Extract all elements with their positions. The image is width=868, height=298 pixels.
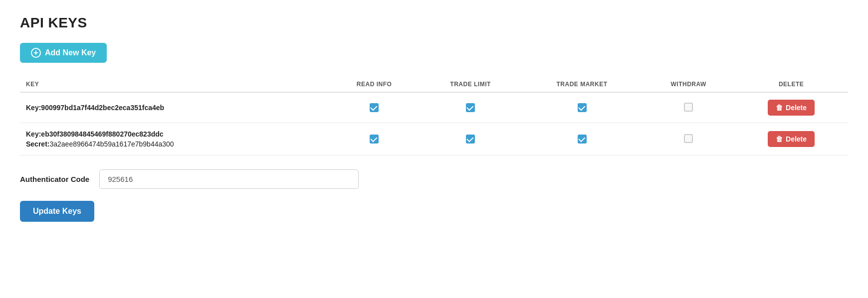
auth-section: Authenticator Code	[20, 169, 848, 189]
col-header-delete: DELETE	[734, 77, 848, 92]
trash-icon: 🗑	[776, 104, 783, 112]
read-info-checkbox-cell	[329, 92, 420, 123]
trade-limit-checkbox[interactable]	[466, 135, 475, 144]
trade-market-checkbox[interactable]	[578, 135, 587, 144]
table-row: Key:900997bd1a7f44d2bec2eca351fca4eb🗑Del…	[20, 92, 848, 123]
auth-label: Authenticator Code	[20, 175, 89, 183]
trash-icon: 🗑	[776, 135, 783, 143]
auth-input[interactable]	[99, 169, 359, 189]
trade-limit-checkbox[interactable]	[466, 103, 475, 112]
trade-market-checkbox[interactable]	[578, 103, 587, 112]
read-info-checkbox[interactable]	[370, 135, 379, 144]
plus-icon: +	[31, 48, 41, 58]
update-keys-button[interactable]: Update Keys	[20, 201, 94, 222]
delete-label: Delete	[786, 135, 807, 143]
withdraw-checkbox[interactable]	[684, 103, 693, 112]
delete-button-row-0[interactable]: 🗑Delete	[768, 100, 815, 116]
key-value: Key:eb30f380984845469f880270ec823ddc	[26, 130, 323, 138]
col-header-read-info: READ INFO	[329, 77, 420, 92]
trade-market-checkbox-cell	[521, 123, 643, 155]
trade-market-checkbox-cell	[521, 92, 643, 123]
withdraw-checkbox-cell	[643, 92, 734, 123]
trade-limit-checkbox-cell	[420, 92, 521, 123]
delete-cell: 🗑Delete	[734, 92, 848, 123]
key-value: Key:900997bd1a7f44d2bec2eca351fca4eb	[26, 104, 323, 112]
col-header-trade-market: TRADE MARKET	[521, 77, 643, 92]
update-keys-label: Update Keys	[33, 207, 81, 215]
add-new-key-button[interactable]: + Add New Key	[20, 43, 107, 63]
add-new-key-label: Add New Key	[45, 48, 96, 57]
col-header-key: KEY	[20, 77, 329, 92]
key-cell: Key:eb30f380984845469f880270ec823ddcSecr…	[20, 123, 329, 155]
read-info-checkbox-cell	[329, 123, 420, 155]
delete-button-row-1[interactable]: 🗑Delete	[768, 131, 815, 147]
page-title: API KEYS	[20, 15, 848, 31]
col-header-withdraw: WITHDRAW	[643, 77, 734, 92]
withdraw-checkbox-cell	[643, 123, 734, 155]
col-header-trade-limit: TRADE LIMIT	[420, 77, 521, 92]
read-info-checkbox[interactable]	[370, 103, 379, 112]
trade-limit-checkbox-cell	[420, 123, 521, 155]
api-keys-table: KEY READ INFO TRADE LIMIT TRADE MARKET W…	[20, 77, 848, 155]
key-cell: Key:900997bd1a7f44d2bec2eca351fca4eb	[20, 92, 329, 123]
table-row: Key:eb30f380984845469f880270ec823ddcSecr…	[20, 123, 848, 155]
withdraw-checkbox[interactable]	[684, 134, 693, 143]
secret-value: Secret:3a2aee8966474b59a1617e7b9b44a300	[26, 140, 323, 148]
delete-cell: 🗑Delete	[734, 123, 848, 155]
delete-label: Delete	[786, 104, 807, 112]
